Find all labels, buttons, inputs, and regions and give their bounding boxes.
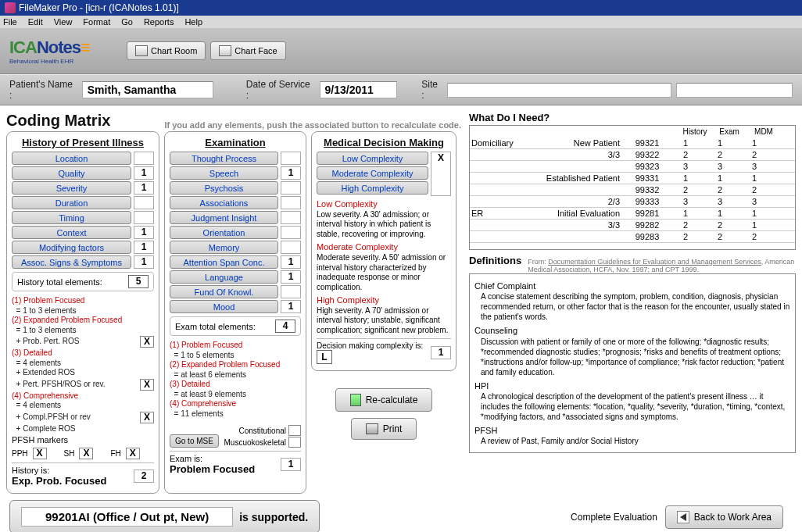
back-to-work-button[interactable]: Back to Work Area <box>665 505 783 529</box>
exam-row: Thought Process <box>170 152 301 165</box>
site-field[interactable] <box>447 83 671 98</box>
hpi-item-value <box>134 152 154 165</box>
hpi-item-value: 1 <box>134 166 154 180</box>
mdm-row: Low Complexity <box>317 152 428 165</box>
titlebar: FileMaker Pro - [icn-r (ICANotes 1.01)] <box>0 0 802 16</box>
chart-face-button[interactable]: Chart Face <box>210 41 285 60</box>
constitutional-checkbox[interactable] <box>288 425 301 436</box>
complete-evaluation-label: Complete Evaluation <box>571 512 657 523</box>
actions: Re-calculate Print <box>311 385 456 443</box>
exam-row: Memory <box>170 241 301 254</box>
definitions-box[interactable]: Chief ComplaintA concise statement descr… <box>469 273 796 453</box>
mdm-item-button[interactable]: Low Complexity <box>317 152 428 165</box>
site-field-2[interactable] <box>676 83 793 98</box>
need-table: History Exam MDM DomiciliaryNew Patient9… <box>469 125 796 250</box>
table-row: 3/399282221 <box>470 220 795 231</box>
exam-total-value: 4 <box>275 320 295 333</box>
hpi-item-button[interactable]: Modifying factors <box>12 241 131 254</box>
exam-item-button[interactable]: Memory <box>170 241 278 254</box>
exam-item-button[interactable]: Attention Span Conc. <box>170 255 278 269</box>
hpi-item-button[interactable]: Location <box>12 152 131 165</box>
hpi-item-button[interactable]: Context <box>12 226 131 239</box>
arrow-left-icon <box>680 513 686 521</box>
menu-edit[interactable]: Edit <box>28 17 43 27</box>
sh-checkbox[interactable]: X <box>79 448 93 459</box>
mdm-big-x: X <box>431 152 451 196</box>
exam-row: Mood1 <box>170 300 301 313</box>
exam-item-button[interactable]: Orientation <box>170 226 278 239</box>
table-row: 3/399322222 <box>470 149 795 161</box>
exam-legend: (1) Problem Focused = 1 to 5 elements (2… <box>170 339 301 420</box>
supported-label: is supported. <box>239 511 308 523</box>
exam-item-value <box>281 226 301 239</box>
menu-go[interactable]: Go <box>121 17 133 27</box>
page-title: Coding Matrix <box>6 110 110 131</box>
mdm-item-button[interactable]: Moderate Complexity <box>317 166 428 180</box>
menu-format[interactable]: Format <box>83 17 110 27</box>
hpi-total-label: History total elements: <box>17 277 102 287</box>
hpi-row: Duration <box>12 196 154 209</box>
exam-row: Fund Of Knowl. <box>170 285 301 298</box>
exam-item-button[interactable]: Thought Process <box>170 152 278 165</box>
exam-item-value <box>281 211 301 224</box>
hpi-chk-detailed[interactable]: X <box>140 379 154 391</box>
patient-name-label: Patient's Name : <box>9 79 77 101</box>
exam-result: Exam is: Problem Focused 1 <box>170 451 301 475</box>
exam-row: Psychosis <box>170 181 301 195</box>
exam-row: Orientation <box>170 226 301 239</box>
menu-file[interactable]: File <box>3 17 17 27</box>
hpi-chk-comprehensive[interactable]: X <box>140 412 154 423</box>
exam-item-value <box>281 181 301 195</box>
toolbar: ICANotes≡ Behavioral Health EHR Chart Ro… <box>0 28 802 74</box>
patient-name-field[interactable]: Smith, Samantha <box>82 81 213 98</box>
exam-result-text: Problem Focused <box>170 463 255 475</box>
dos-field[interactable]: 9/13/2011 <box>320 81 397 98</box>
fh-checkbox[interactable]: X <box>126 448 140 459</box>
pph-checkbox[interactable]: X <box>33 448 47 459</box>
hpi-item-button[interactable]: Quality <box>12 166 131 180</box>
print-button[interactable]: Print <box>351 418 417 440</box>
exam-result-num: 1 <box>281 458 301 471</box>
recalc-note: If you add any elements, push the associ… <box>164 120 466 131</box>
exam-item-button[interactable]: Language <box>170 270 278 284</box>
menu-reports[interactable]: Reports <box>144 17 174 27</box>
exam-item-button[interactable]: Psychosis <box>170 181 278 195</box>
hpi-row: Timing <box>12 211 154 224</box>
definition-heading: HPI <box>474 380 790 391</box>
exam-item-value <box>281 285 301 298</box>
hpi-item-button[interactable]: Duration <box>12 196 131 209</box>
mdm-item-button[interactable]: High Complexity <box>317 181 428 195</box>
chart-room-icon <box>135 45 148 56</box>
need-table-head: History Exam MDM <box>470 126 795 137</box>
exam-item-value <box>281 152 301 165</box>
chart-room-button[interactable]: Chart Room <box>127 41 206 60</box>
recalculate-button[interactable]: Re-calculate <box>335 388 433 412</box>
menu-view[interactable]: View <box>54 17 73 27</box>
menu-help[interactable]: Help <box>184 17 202 27</box>
table-row: 99323333 <box>470 161 795 173</box>
exam-item-value: 1 <box>281 255 301 269</box>
hpi-total-row: History total elements: 5 <box>12 272 154 291</box>
exam-item-button[interactable]: Associations <box>170 196 278 209</box>
exam-item-button[interactable]: Mood <box>170 300 278 313</box>
musculoskeletal-checkbox[interactable] <box>288 437 301 448</box>
exam-item-button[interactable]: Fund Of Knowl. <box>170 285 278 298</box>
exam-item-button[interactable]: Speech <box>170 166 278 180</box>
definition-heading: Counseling <box>474 325 790 336</box>
hpi-item-button[interactable]: Severity <box>12 181 131 195</box>
patient-bar: Patient's Name : Smith, Samantha Date of… <box>0 74 802 105</box>
exam-item-button[interactable]: Judgment Insight <box>170 211 278 224</box>
hpi-item-button[interactable]: Timing <box>12 211 131 224</box>
chart-face-icon <box>219 45 231 56</box>
hpi-total-value: 5 <box>128 275 149 288</box>
definition-text: A chronological description of the devel… <box>481 391 790 422</box>
hpi-chk-expanded[interactable]: X <box>140 336 154 348</box>
definition-text: A review of Past, Family and/or Social H… <box>481 436 790 446</box>
need-table-body[interactable]: DomiciliaryNew Patient993211113/39932222… <box>470 137 795 247</box>
mdm-header: Medical Decision Making <box>317 137 451 148</box>
hpi-item-button[interactable]: Assoc. Signs & Symptoms <box>12 255 131 269</box>
hpi-item-value: 1 <box>134 255 154 269</box>
exam-row: Judgment Insight <box>170 211 301 224</box>
goto-mse-button[interactable]: Go to MSE <box>170 434 219 448</box>
logo-text-1: ICA <box>9 37 37 57</box>
